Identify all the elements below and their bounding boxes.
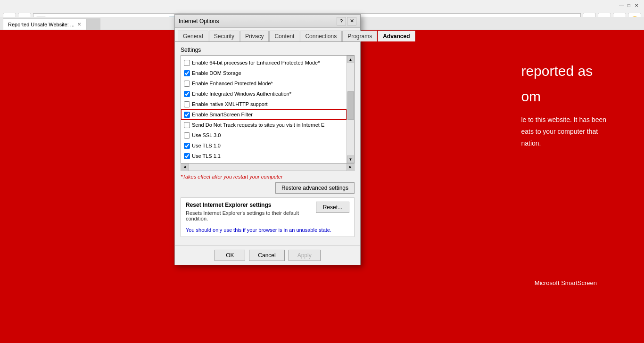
page-content: reported as om le to this website. It ha… (521, 58, 606, 150)
tab-programs[interactable]: Programs (342, 31, 377, 41)
setting-item-native-xmlhttp[interactable]: Enable native XMLHTTP support (181, 99, 347, 109)
new-tab-button[interactable] (86, 18, 100, 30)
tab-connections[interactable]: Connections (300, 31, 342, 41)
dialog-help-button[interactable]: ? (337, 17, 346, 25)
restart-notice: *Takes effect after you restart your com… (181, 174, 355, 180)
settings-scrollbar[interactable]: ▲ ▼ (347, 56, 354, 163)
internet-options-dialog: Internet Options ? ✕ General Security Pr… (174, 14, 361, 265)
reset-section: Reset Internet Explorer settings Resets … (181, 197, 355, 237)
setting-label-smartscreen: Enable SmartScreen Filter (192, 110, 253, 119)
title-bar: — □ ✕ (0, 0, 644, 11)
tab-general[interactable]: General (178, 31, 208, 41)
setting-checkbox-tls11[interactable] (184, 153, 190, 159)
setting-label-tls11: Use TLS 1.1 (192, 152, 221, 160)
dialog-content: Settings Enable 64-bit processes for Enh… (175, 42, 360, 245)
scroll-thumb[interactable] (347, 91, 354, 120)
smartscreen-label: Microsoft SmartScreen (535, 279, 597, 286)
dialog-titlebar: Internet Options ? ✕ (175, 15, 360, 28)
h-scroll-track (189, 163, 347, 171)
setting-item-ssl30[interactable]: Use SSL 3.0 (181, 130, 347, 140)
setting-checkbox-smartscreen[interactable] (184, 112, 190, 118)
cancel-button[interactable]: Cancel (249, 250, 284, 261)
setting-label-64bit: Enable 64-bit processes for Enhanced Pro… (192, 58, 320, 67)
reset-btn-area: Reset... (316, 202, 349, 213)
maximize-icon[interactable]: □ (625, 2, 633, 9)
setting-label-dnt: Send Do Not Track requests to sites you … (192, 121, 324, 129)
setting-checkbox-tls10[interactable] (184, 143, 190, 149)
setting-label-tls12: Use TLS 1.2 (192, 162, 221, 163)
setting-item-enhanced-protected[interactable]: Enable Enhanced Protected Mode* (181, 78, 347, 89)
setting-label-integrated-auth: Enable Integrated Windows Authentication… (192, 90, 291, 98)
restore-advanced-settings-button[interactable]: Restore advanced settings (275, 182, 355, 194)
page-line3: le to this website. It has been (521, 114, 606, 126)
tab-privacy[interactable]: Privacy (240, 31, 269, 41)
setting-checkbox-ssl30[interactable] (184, 132, 190, 139)
tab-label: Reported Unsafe Website: ... (8, 22, 74, 27)
settings-listbox[interactable]: Enable 64-bit processes for Enhanced Pro… (181, 55, 355, 163)
setting-label-ssl30: Use SSL 3.0 (192, 131, 221, 139)
setting-checkbox-integrated-auth[interactable] (184, 91, 190, 97)
dialog-close-button[interactable]: ✕ (347, 17, 356, 25)
dialog-tab-strip: General Security Privacy Content Connect… (175, 28, 360, 42)
reset-warning: You should only use this if your browser… (186, 227, 349, 233)
setting-item-tls10[interactable]: Use TLS 1.0 (181, 140, 347, 151)
setting-item-smartscreen[interactable]: Enable SmartScreen Filter (181, 109, 347, 120)
restore-btn-row: Restore advanced settings (181, 182, 355, 194)
reset-section-desc: Resets Internet Explorer's settings to t… (186, 210, 311, 221)
setting-checkbox-64bit[interactable] (184, 60, 190, 66)
scroll-up-button[interactable]: ▲ (347, 56, 355, 63)
ok-button[interactable]: OK (215, 250, 245, 261)
setting-item-64bit[interactable]: Enable 64-bit processes for Enhanced Pro… (181, 57, 347, 68)
settings-list-content: Enable 64-bit processes for Enhanced Pro… (181, 56, 347, 163)
setting-label-tls10: Use TLS 1.0 (192, 141, 221, 150)
setting-label-native-xmlhttp: Enable native XMLHTTP support (192, 100, 268, 108)
reset-section-title: Reset Internet Explorer settings (186, 202, 311, 208)
setting-checkbox-native-xmlhttp[interactable] (184, 101, 190, 107)
setting-checkbox-dnt[interactable] (184, 122, 190, 128)
setting-item-integrated-auth[interactable]: Enable Integrated Windows Authentication… (181, 89, 347, 99)
setting-checkbox-dom-storage[interactable] (184, 70, 190, 76)
page-line4: eats to your computer that (521, 126, 606, 138)
scroll-track (347, 63, 354, 155)
close-window-icon[interactable]: ✕ (633, 2, 640, 9)
tab-content[interactable]: Content (269, 31, 299, 41)
apply-button[interactable]: Apply (289, 250, 321, 261)
page-line2: om (521, 84, 606, 109)
minimize-icon[interactable]: — (618, 2, 625, 9)
h-scroll-right-button[interactable]: ► (347, 163, 354, 171)
page-line5: nation. (521, 138, 606, 149)
setting-checkbox-enhanced-protected[interactable] (184, 81, 190, 87)
setting-item-dom-storage[interactable]: Enable DOM Storage (181, 68, 347, 78)
dialog-controls: ? ✕ (337, 17, 356, 25)
setting-item-dnt[interactable]: Send Do Not Track requests to sites you … (181, 120, 347, 130)
setting-item-tls12[interactable]: Use TLS 1.2 (181, 161, 347, 163)
h-scroll-left-button[interactable]: ◄ (181, 163, 189, 171)
settings-section-label: Settings (181, 47, 355, 53)
reset-button[interactable]: Reset... (316, 202, 349, 213)
browser-tab[interactable]: Reported Unsafe Website: ... ✕ (3, 18, 86, 30)
dialog-footer: OK Cancel Apply (175, 245, 360, 265)
scroll-down-button[interactable]: ▼ (347, 155, 355, 163)
setting-label-dom-storage: Enable DOM Storage (192, 69, 241, 77)
setting-item-tls11[interactable]: Use TLS 1.1 (181, 151, 347, 161)
setting-label-enhanced-protected: Enable Enhanced Protected Mode* (192, 79, 273, 88)
dialog-title: Internet Options (179, 18, 219, 24)
page-line1: reported as (521, 58, 606, 84)
reset-text-area: Reset Internet Explorer settings Resets … (186, 202, 311, 224)
tab-advanced[interactable]: Advanced (378, 31, 415, 41)
tab-security[interactable]: Security (209, 31, 239, 41)
h-scrollbar[interactable]: ◄ ► (181, 163, 355, 171)
tab-close-icon[interactable]: ✕ (77, 22, 81, 27)
